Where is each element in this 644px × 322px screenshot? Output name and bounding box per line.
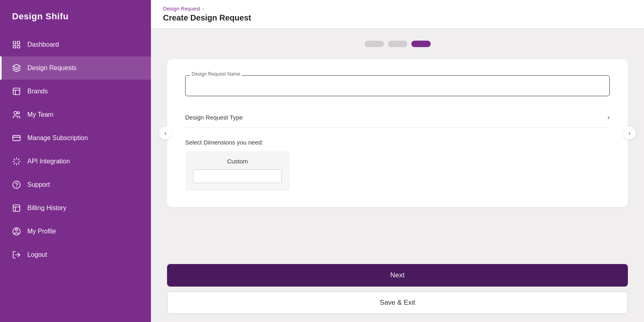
next-button[interactable]: Next: [167, 264, 628, 287]
page-title: Create Design Request: [163, 13, 632, 23]
sidebar-label-my-team: My Team: [27, 111, 54, 118]
prev-arrow-button[interactable]: ‹: [159, 127, 172, 140]
bottom-buttons: Next Save & Exit: [151, 264, 644, 322]
name-field-group: Design Request Name: [185, 75, 610, 96]
my-team-icon: [12, 110, 21, 119]
svg-rect-0: [13, 41, 16, 44]
svg-rect-3: [17, 45, 20, 48]
sidebar-item-brands[interactable]: Brands: [0, 80, 151, 103]
svg-point-12: [15, 229, 18, 231]
sidebar-item-design-requests[interactable]: Design Requests: [0, 56, 151, 80]
breadcrumb: Design Request ›: [163, 6, 632, 12]
design-requests-icon: [12, 64, 21, 72]
custom-dimension-card: Custom: [185, 151, 290, 191]
step-dot-1: [365, 41, 384, 47]
next-arrow-button[interactable]: ›: [623, 127, 636, 140]
custom-dimension-input[interactable]: [193, 169, 282, 183]
sidebar-item-logout[interactable]: Logout: [0, 243, 151, 266]
sidebar: Design Shifu Dashboard Design Requests B…: [0, 0, 151, 322]
svg-rect-4: [13, 88, 20, 95]
api-integration-icon: [12, 157, 21, 166]
sidebar-label-support: Support: [27, 181, 50, 188]
sidebar-label-design-requests: Design Requests: [27, 64, 76, 72]
sidebar-label-api-integration: API Integration: [27, 158, 70, 165]
dimensions-label: Select Dimensions you need:: [185, 139, 610, 146]
step-dot-3: [411, 41, 431, 47]
dashboard-icon: [12, 40, 21, 49]
page-header: Design Request › Create Design Request: [151, 0, 644, 29]
sidebar-item-my-profile[interactable]: My Profile: [0, 220, 151, 243]
name-field-label: Design Request Name: [190, 71, 242, 77]
sidebar-item-billing-history[interactable]: Billing History: [0, 196, 151, 220]
svg-rect-2: [13, 45, 16, 48]
svg-point-5: [14, 111, 17, 114]
svg-point-8: [13, 181, 20, 188]
sidebar-label-logout: Logout: [27, 251, 47, 258]
sidebar-label-dashboard: Dashboard: [27, 41, 59, 48]
svg-point-6: [17, 112, 20, 114]
svg-rect-1: [17, 41, 20, 44]
breadcrumb-separator: ›: [203, 6, 204, 12]
sidebar-item-support[interactable]: Support: [0, 173, 151, 196]
my-profile-icon: [12, 227, 21, 236]
step-dot-2: [388, 41, 407, 47]
sidebar-item-dashboard[interactable]: Dashboard: [0, 33, 151, 56]
sidebar-label-my-profile: My Profile: [27, 228, 56, 235]
sidebar-label-manage-subscription: Manage Subscription: [27, 134, 88, 142]
breadcrumb-parent: Design Request: [163, 6, 200, 12]
billing-history-icon: [12, 204, 21, 213]
main-content: Design Request › Create Design Request ‹…: [151, 0, 644, 322]
step-indicators: [167, 41, 628, 47]
sidebar-label-billing-history: Billing History: [27, 204, 66, 212]
form-card: ‹ Design Request Name Design Request Typ…: [167, 59, 628, 207]
type-row-label: Design Request Type: [185, 114, 243, 121]
custom-title: Custom: [193, 158, 282, 165]
sidebar-logo: Design Shifu: [0, 0, 151, 33]
dimensions-section: Select Dimensions you need: Custom: [185, 139, 610, 191]
save-exit-button[interactable]: Save & Exit: [167, 291, 628, 314]
sidebar-item-api-integration[interactable]: API Integration: [0, 150, 151, 173]
sidebar-nav: Dashboard Design Requests Brands My Team: [0, 33, 151, 322]
logout-icon: [12, 250, 21, 259]
type-row-chevron-icon: ›: [607, 113, 610, 122]
design-request-name-input[interactable]: [185, 75, 610, 96]
manage-subscription-icon: [12, 134, 21, 142]
design-request-type-row[interactable]: Design Request Type ›: [185, 107, 610, 128]
sidebar-label-brands: Brands: [27, 88, 48, 95]
sidebar-item-my-team[interactable]: My Team: [0, 103, 151, 126]
sidebar-item-manage-subscription[interactable]: Manage Subscription: [0, 126, 151, 150]
svg-rect-10: [13, 205, 20, 212]
brands-icon: [12, 87, 21, 96]
support-icon: [12, 180, 21, 189]
content-area: ‹ Design Request Name Design Request Typ…: [151, 29, 644, 264]
svg-rect-7: [13, 136, 20, 141]
